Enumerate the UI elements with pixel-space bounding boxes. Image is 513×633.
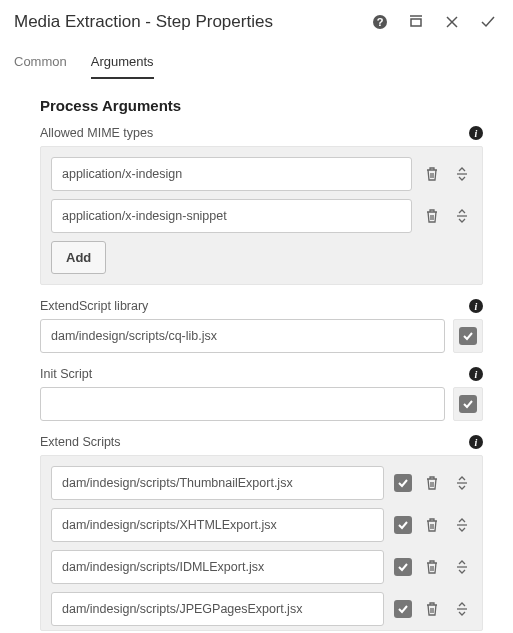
info-icon[interactable]: i: [469, 435, 483, 449]
close-icon[interactable]: [443, 13, 461, 31]
mime-input[interactable]: [51, 157, 412, 191]
script-input[interactable]: [51, 550, 384, 584]
checkbox[interactable]: [394, 516, 412, 534]
field-extend-scripts: Extend Scripts i: [40, 435, 483, 631]
field-extendscript-library: ExtendScript library i: [40, 299, 483, 353]
checkbox[interactable]: [459, 327, 477, 345]
list-item: [51, 508, 472, 542]
mime-list-container: Add: [40, 146, 483, 285]
dialog-title: Media Extraction - Step Properties: [14, 12, 371, 32]
delete-icon[interactable]: [422, 599, 442, 619]
checkbox[interactable]: [394, 600, 412, 618]
list-item: [51, 199, 472, 233]
checkbox[interactable]: [394, 558, 412, 576]
delete-icon[interactable]: [422, 164, 442, 184]
script-input[interactable]: [51, 592, 384, 626]
script-input[interactable]: [51, 508, 384, 542]
dialog-header: Media Extraction - Step Properties ?: [0, 0, 513, 40]
info-icon[interactable]: i: [469, 299, 483, 313]
reorder-icon[interactable]: [452, 164, 472, 184]
svg-rect-2: [411, 19, 421, 26]
extendscript-library-label: ExtendScript library: [40, 299, 148, 313]
tab-bar: Common Arguments: [0, 40, 513, 79]
info-icon[interactable]: i: [469, 126, 483, 140]
reorder-icon[interactable]: [452, 206, 472, 226]
field-mime-types: Allowed MIME types i: [40, 126, 483, 285]
mime-label: Allowed MIME types: [40, 126, 153, 140]
tab-arguments[interactable]: Arguments: [91, 48, 154, 79]
script-input[interactable]: [51, 466, 384, 500]
delete-icon[interactable]: [422, 557, 442, 577]
section-title: Process Arguments: [40, 97, 483, 114]
confirm-icon[interactable]: [479, 13, 497, 31]
extendscript-library-input[interactable]: [40, 319, 445, 353]
header-actions: ?: [371, 13, 497, 31]
list-item: [51, 592, 472, 626]
list-item: [51, 466, 472, 500]
add-button[interactable]: Add: [51, 241, 106, 274]
mime-input[interactable]: [51, 199, 412, 233]
svg-text:?: ?: [377, 16, 384, 28]
checkbox[interactable]: [459, 395, 477, 413]
extend-scripts-list: [40, 455, 483, 631]
reorder-icon[interactable]: [452, 473, 472, 493]
content-area: Process Arguments Allowed MIME types i: [0, 79, 513, 633]
info-icon[interactable]: i: [469, 367, 483, 381]
reorder-icon[interactable]: [452, 599, 472, 619]
delete-icon[interactable]: [422, 515, 442, 535]
delete-icon[interactable]: [422, 206, 442, 226]
list-item: [51, 550, 472, 584]
extend-scripts-label: Extend Scripts: [40, 435, 121, 449]
reorder-icon[interactable]: [452, 557, 472, 577]
fullscreen-icon[interactable]: [407, 13, 425, 31]
delete-icon[interactable]: [422, 473, 442, 493]
field-init-script: Init Script i: [40, 367, 483, 421]
list-item: [51, 157, 472, 191]
reorder-icon[interactable]: [452, 515, 472, 535]
init-script-input[interactable]: [40, 387, 445, 421]
checkbox[interactable]: [394, 474, 412, 492]
tab-common[interactable]: Common: [14, 48, 67, 79]
init-script-label: Init Script: [40, 367, 92, 381]
checkbox-container: [453, 387, 483, 421]
checkbox-container: [453, 319, 483, 353]
help-icon[interactable]: ?: [371, 13, 389, 31]
